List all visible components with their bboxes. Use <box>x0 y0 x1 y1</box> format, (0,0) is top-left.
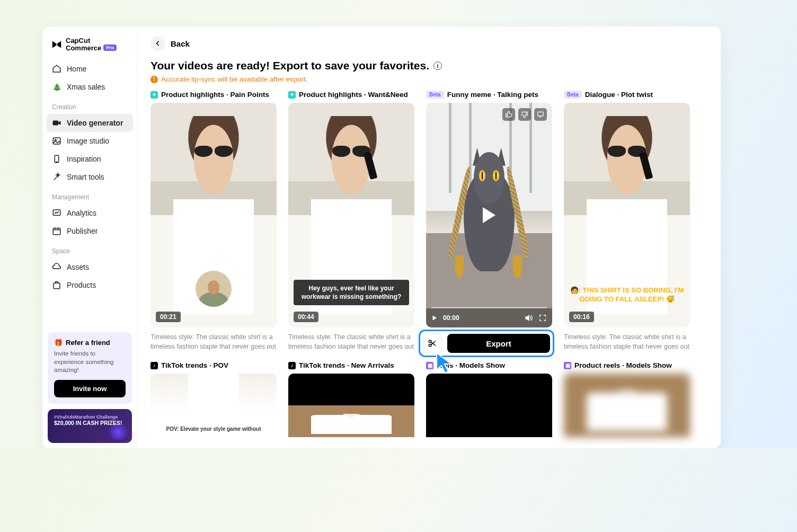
refer-desc: Invite friends to experience something a… <box>54 350 126 375</box>
info-icon[interactable]: i <box>433 61 442 70</box>
video-thumbnail[interactable] <box>564 374 690 437</box>
emoji-sleep: 😴 <box>666 295 675 303</box>
comment-button[interactable] <box>534 108 547 121</box>
sidebar-item-label: Home <box>67 65 86 73</box>
image-icon <box>52 136 61 146</box>
app-window: CapCut Commerce Pro Home 🎄 Xmas sales Cr… <box>42 26 721 448</box>
logo-text-wrap: CapCut Commerce Pro <box>66 37 117 51</box>
promo-card[interactable]: #ViralAdsMarathon Challenge $20,000 IN C… <box>48 409 132 443</box>
sidebar-item-label: Image studio <box>67 137 109 145</box>
card-tag: TikTok trends · New Arrivals <box>299 361 394 369</box>
card-tag-row: ▣ Product reels · Models Show <box>564 361 690 369</box>
warning-row: ! Accurate lip-sync will be available af… <box>150 75 708 83</box>
sidebar-item-xmas[interactable]: 🎄 Xmas sales <box>47 78 133 96</box>
logo-mark <box>51 39 63 50</box>
card-tag-row: ♪ TikTok trends · POV <box>150 361 277 369</box>
calendar-icon <box>52 226 61 236</box>
sidebar-item-label: Xmas sales <box>67 83 105 91</box>
tiktok-icon: ♪ <box>288 362 296 369</box>
thumbs-up-button[interactable] <box>502 108 515 121</box>
scissors-icon <box>428 339 437 348</box>
sidebar-item-video-generator[interactable]: Video generator <box>47 114 133 132</box>
video-thumbnail[interactable] <box>288 374 414 437</box>
fullscreen-button[interactable] <box>538 314 547 322</box>
avatar-overlay <box>194 269 233 308</box>
duration-badge: 00:21 <box>156 312 181 322</box>
sidebar-item-image-studio[interactable]: Image studio <box>47 132 133 150</box>
gift-icon: 🎁 <box>54 339 63 347</box>
wand-icon <box>52 172 61 182</box>
nav-section-space: Space <box>47 240 133 258</box>
refer-card: 🎁 Refer a friend Invite friends to exper… <box>48 332 132 404</box>
sidebar-item-label: Video generator <box>67 119 123 127</box>
header: Your videos are ready! Export to save yo… <box>138 56 721 91</box>
video-thumbnail[interactable]: 00:21 <box>150 103 277 327</box>
svg-rect-11 <box>538 112 544 116</box>
video-time: 00:00 <box>443 314 459 322</box>
promo-line1: #ViralAdsMarathon Challenge <box>54 414 126 420</box>
cloud-icon <box>52 262 61 272</box>
video-thumbnail[interactable] <box>426 374 552 437</box>
analytics-icon <box>52 208 61 218</box>
sidebar-item-inspiration[interactable]: Inspiration <box>47 150 133 168</box>
sidebar-item-smart-tools[interactable]: Smart tools <box>47 168 133 186</box>
nav-section-creation: Creation <box>47 96 133 114</box>
sidebar-item-publisher[interactable]: Publisher <box>47 222 133 240</box>
invite-button[interactable]: Invite now <box>54 380 126 397</box>
sidebar-bottom: 🎁 Refer a friend Invite friends to exper… <box>42 327 137 448</box>
export-button[interactable]: Export <box>447 334 550 353</box>
back-button[interactable] <box>150 36 165 51</box>
home-icon <box>52 64 61 74</box>
play-button[interactable] <box>431 315 438 321</box>
cards-row-1: ✦ Product highlights · Pain Points 00:21… <box>150 91 708 352</box>
beta-badge: Beta <box>564 91 582 99</box>
video-card: ♪ TikTok trends · POV POV: Elevate your … <box>150 361 277 437</box>
video-thumbnail[interactable]: 00:00 <box>426 103 552 327</box>
cards-area: ✦ Product highlights · Pain Points 00:21… <box>138 91 721 448</box>
duration-badge: 00:44 <box>294 312 318 322</box>
thumbs-down-button[interactable] <box>518 108 531 121</box>
volume-button[interactable] <box>525 314 533 322</box>
card-tag: Product highlights · Pain Points <box>161 91 269 99</box>
nav-section-management: Management <box>47 186 133 204</box>
play-icon <box>483 207 495 223</box>
sidebar-item-assets[interactable]: Assets <box>47 258 133 276</box>
page-title: Your videos are ready! Export to save yo… <box>150 59 429 72</box>
topbar: Back <box>138 26 721 56</box>
edit-button[interactable] <box>423 334 442 353</box>
video-card: ♪ TikTok trends · New Arrivals <box>288 361 414 437</box>
sidebar-item-label: Publisher <box>67 227 98 235</box>
caption-overlay: Hey guys, ever feel like your workwear i… <box>294 280 409 305</box>
cursor-pointer-icon <box>433 351 456 375</box>
caption-overlay: 🧑: THIS SHIRT IS SO BORING, I'M GOING TO… <box>569 286 685 304</box>
svg-rect-10 <box>54 283 60 289</box>
video-card-hovered: Beta Funny meme · Talking pets <box>426 91 552 352</box>
card-description: Timeless style: The classic white shirt … <box>150 333 277 352</box>
card-tag: Product highlights · Want&Need <box>299 91 408 99</box>
feedback-buttons <box>502 108 547 121</box>
video-card: Beta Dialogue · Plot twist 🧑: THIS SHIRT… <box>564 91 690 352</box>
bag-icon <box>52 280 61 290</box>
sidebar-item-label: Smart tools <box>67 173 104 181</box>
video-thumbnail[interactable]: POV: Elevate your style game without <box>150 374 277 437</box>
video-thumbnail[interactable]: Hey guys, ever feel like your workwear i… <box>288 103 414 327</box>
nav: Home 🎄 Xmas sales Creation Video generat… <box>42 58 137 327</box>
refer-title: Refer a friend <box>66 339 110 347</box>
cards-row-2: ♪ TikTok trends · POV POV: Elevate your … <box>150 361 708 437</box>
card-description: Timeless style: The classic white shirt … <box>288 333 414 352</box>
pro-badge: Pro <box>103 45 117 51</box>
svg-rect-0 <box>53 121 59 126</box>
video-controls: 00:00 <box>426 308 552 327</box>
video-thumbnail[interactable]: 🧑: THIS SHIRT IS SO BORING, I'M GOING TO… <box>564 103 690 327</box>
card-tag: Funny meme · Talking pets <box>447 91 538 99</box>
sidebar-item-analytics[interactable]: Analytics <box>47 204 133 222</box>
sidebar-item-products[interactable]: Products <box>47 276 133 294</box>
beta-badge: Beta <box>426 91 444 99</box>
video-card: ✦ Product highlights · Want&Need Hey guy… <box>288 91 414 352</box>
svg-rect-6 <box>53 228 60 235</box>
sidebar-item-home[interactable]: Home <box>47 60 133 78</box>
refer-title-row: 🎁 Refer a friend <box>54 339 126 347</box>
card-tag-row: ✦ Product highlights · Want&Need <box>288 91 414 99</box>
card-tag-row: Beta Dialogue · Plot twist <box>564 91 690 99</box>
tree-icon: 🎄 <box>52 82 61 92</box>
